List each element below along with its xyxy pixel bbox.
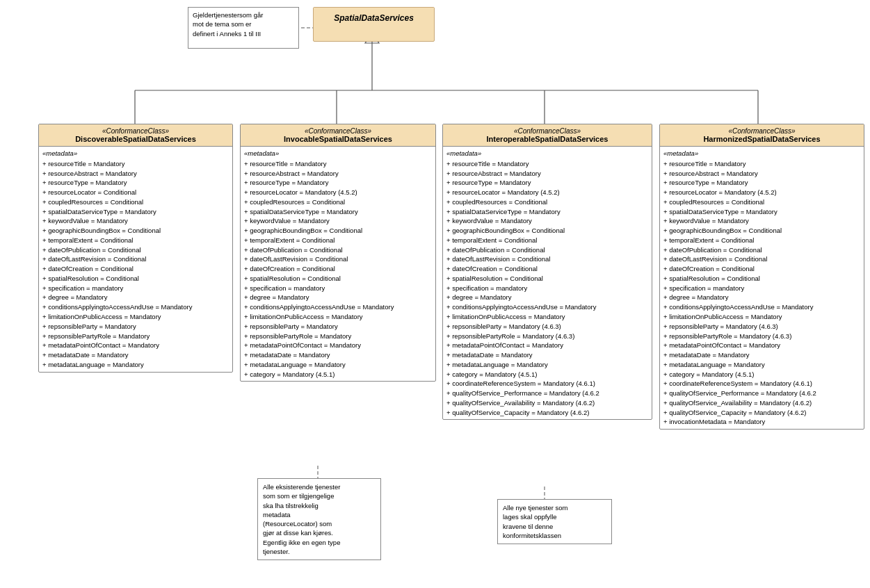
note-bottom1-text: Alle eksisterende tjenester som som er t… [263, 483, 340, 555]
invocable-box: «ConformanceClass» InvocableSpatialDataS… [240, 124, 436, 382]
interoperable-box: «ConformanceClass» InteroperableSpatialD… [442, 124, 652, 420]
harmonized-name: HarmonizedSpatialDataServices [664, 135, 860, 143]
note-bottom-invocable: Alle eksisterende tjenester som som er t… [257, 478, 381, 560]
discoverable-name: DiscoverableSpatialDataServices [43, 135, 228, 143]
note-bottom-interoperable: Alle nye tjenester som lages skal oppfyl… [497, 499, 612, 544]
interoperable-name: InteroperableSpatialDataServices [447, 135, 647, 143]
discoverable-box: «ConformanceClass» DiscoverableSpatialDa… [38, 124, 233, 373]
interoperable-body: «metadata» + resourceTitle = Mandatory +… [443, 147, 652, 419]
discoverable-stereotype: «ConformanceClass» [43, 127, 228, 135]
diagram: Gjeldertjenestersom går mot de tema som … [0, 0, 870, 588]
invocable-name: InvocableSpatialDataServices [245, 135, 431, 143]
harmonized-body: «metadata» + resourceTitle = Mandatory +… [660, 147, 864, 429]
spatial-data-services-name: SpatialDataServices [334, 13, 414, 23]
note-bottom2-text: Alle nye tjenester som lages skal oppfyl… [503, 504, 567, 539]
note-top: Gjeldertjenestersom går mot de tema som … [188, 7, 299, 49]
harmonized-stereotype: «ConformanceClass» [664, 127, 860, 135]
discoverable-body: «metadata» + resourceTitle = Mandatory +… [39, 147, 232, 372]
harmonized-box: «ConformanceClass» HarmonizedSpatialData… [659, 124, 864, 430]
invocable-body: «metadata» + resourceTitle = Mandatory +… [241, 147, 435, 381]
invocable-stereotype: «ConformanceClass» [245, 127, 431, 135]
interoperable-stereotype: «ConformanceClass» [447, 127, 647, 135]
spatial-data-services-box: SpatialDataServices [313, 7, 435, 42]
